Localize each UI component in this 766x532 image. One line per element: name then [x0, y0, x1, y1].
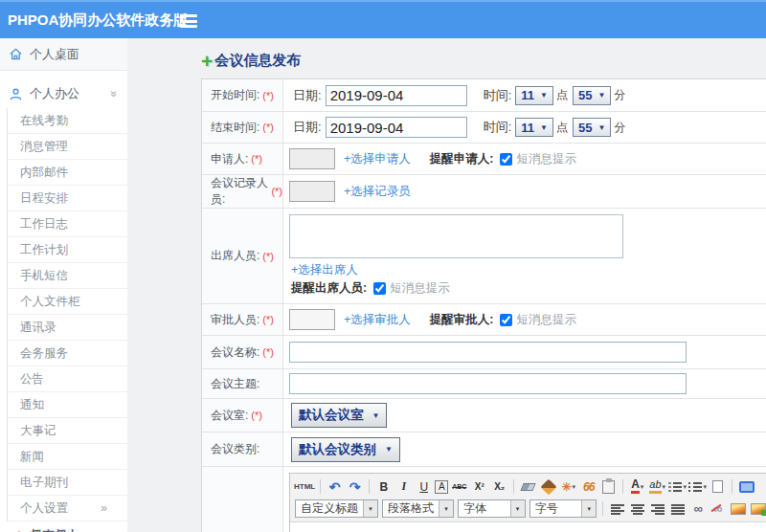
sidebar-item-personal-office[interactable]: 个人办公 » [0, 79, 127, 108]
justify-icon[interactable] [668, 499, 687, 518]
html-source-button[interactable]: HTML [294, 477, 315, 496]
start-date-input[interactable] [326, 85, 467, 106]
sidebar-item-label: 个人桌面 [30, 46, 79, 63]
sidebar-item-contacts[interactable]: 通讯录 [8, 315, 127, 341]
sms-hint-label: 短消息提示 [390, 280, 450, 297]
paint-dropdown-icon[interactable]: ✳▾ [559, 477, 577, 496]
field-label: 开始时间: (*) [202, 79, 283, 111]
insert-multi-image-icon[interactable] [749, 499, 766, 518]
end-hour-select[interactable]: 11 ▼ [515, 118, 553, 137]
blockquote-button[interactable]: 66 [579, 477, 597, 496]
sidebar-item-meeting-service[interactable]: 会务服务 [8, 341, 127, 366]
paste-text-icon[interactable] [599, 477, 618, 496]
align-left-icon[interactable] [608, 499, 626, 518]
page-title-text: 会议信息发布 [214, 52, 301, 70]
paragraph-format-select[interactable]: 段落格式▾ [382, 499, 454, 518]
sidebar-item-personal-desktop[interactable]: 个人桌面 [0, 38, 127, 71]
unordered-list-dropdown[interactable]: ▾ [688, 477, 707, 496]
menu-toggle-icon[interactable] [180, 14, 197, 28]
sidebar-item-notice[interactable]: 通知 [8, 392, 127, 418]
form-row-approver: 审批人员: (*) +选择审批人 提醒审批人: 短消息提示 [202, 304, 766, 336]
applicant-sms-checkbox[interactable] [500, 153, 512, 166]
undo-icon[interactable]: ↶ [326, 477, 344, 496]
sidebar-item-e-journal[interactable]: 电子期刊 [8, 470, 127, 496]
form-row-applicant: 申请人: (*) +选择申请人 提醒申请人: 短消息提示 [202, 144, 766, 175]
align-right-icon[interactable] [648, 499, 666, 518]
font-family-select[interactable]: 字体▾ [458, 499, 526, 518]
sidebar-item-label: 督查督办 [30, 527, 79, 532]
chevron-right-icon: » [101, 496, 106, 521]
choose-recorder-link[interactable]: +选择记录员 [344, 184, 411, 200]
field-label: 结束时间: (*) [202, 112, 283, 143]
font-size-select[interactable]: 字号▾ [529, 499, 597, 518]
attendees-sms-checkbox[interactable] [373, 282, 386, 295]
choose-attendees-link[interactable]: +选择出席人 [291, 262, 358, 278]
approver-input[interactable] [289, 309, 335, 330]
sidebar-item-supervision[interactable]: 督查督办 » [0, 521, 127, 532]
remove-format-icon[interactable] [519, 477, 537, 496]
font-color-dropdown[interactable]: A▾ [628, 477, 646, 496]
sidebar-item-memorabilia[interactable]: 大事记 [8, 418, 127, 444]
end-date-input[interactable] [326, 117, 467, 138]
sidebar-item-personal-settings[interactable]: 个人设置 » [8, 496, 127, 521]
sidebar-item-message-management[interactable]: 消息管理 [8, 134, 127, 160]
redo-icon[interactable]: ↷ [346, 477, 364, 496]
home-icon [9, 47, 23, 61]
sidebar-item-personal-cabinet[interactable]: 个人文件柜 [8, 289, 127, 315]
ordered-list-dropdown[interactable]: ▾ [668, 477, 687, 496]
field-label: 会议主题: [202, 369, 283, 398]
remove-link-icon[interactable]: ∞ [709, 499, 727, 518]
minute-unit: 分 [614, 120, 625, 136]
form-row-recorder: 会议记录人员: (*) +选择记录员 [202, 175, 766, 209]
heading-select[interactable]: 自定义标题▾ [295, 499, 378, 518]
bold-button[interactable]: B [374, 477, 393, 496]
subscript-button[interactable]: X₂ [490, 477, 508, 496]
applicant-input[interactable] [289, 148, 335, 169]
font-style-button[interactable]: A [435, 480, 448, 494]
caret-down-icon: ▼ [540, 91, 548, 100]
required-mark: (*) [262, 90, 274, 101]
choose-applicant-link[interactable]: +选择申请人 [344, 151, 411, 167]
editor-toolbar: HTML ↶ ↷ B I U A ABC X² X₂ [290, 474, 766, 522]
sidebar-item-online-attendance[interactable]: 在线考勤 [8, 108, 127, 134]
underline-button[interactable]: U [415, 477, 433, 496]
end-minute-select[interactable]: 55 ▼ [573, 118, 611, 137]
caret-down-icon: ▼ [385, 445, 393, 454]
start-minute-select[interactable]: 55 ▼ [573, 86, 611, 105]
approver-sms-checkbox[interactable] [500, 314, 512, 326]
minute-unit: 分 [614, 87, 625, 103]
choose-approver-link[interactable]: +选择审批人 [344, 312, 411, 328]
meeting-room-select[interactable]: 默认会议室 ▼ [291, 403, 387, 428]
meeting-name-input[interactable] [289, 342, 687, 363]
sidebar-item-news[interactable]: 新闻 [8, 444, 127, 470]
caret-down-icon: ▼ [372, 411, 380, 420]
format-brush-icon[interactable] [539, 477, 557, 496]
attendees-textarea[interactable] [289, 214, 623, 258]
field-label: 会议记录人员: (*) [202, 175, 283, 208]
insert-image-icon[interactable] [729, 499, 747, 518]
required-mark: (*) [271, 186, 282, 197]
start-hour-select[interactable]: 11 ▼ [515, 86, 553, 105]
sidebar-item-work-plan[interactable]: 工作计划 [8, 237, 127, 263]
superscript-button[interactable]: X² [470, 477, 488, 496]
required-mark: (*) [262, 122, 274, 133]
italic-button[interactable]: I [394, 477, 413, 496]
fullscreen-icon[interactable] [737, 477, 755, 496]
strikethrough-button[interactable]: ABC [450, 477, 468, 496]
time-label: 时间: [484, 87, 512, 104]
new-page-icon[interactable] [709, 477, 727, 496]
sidebar-item-schedule[interactable]: 日程安排 [8, 186, 127, 211]
meeting-subject-input[interactable] [289, 373, 687, 394]
recorder-input[interactable] [289, 181, 335, 202]
highlight-color-dropdown[interactable]: ab▾ [648, 477, 666, 496]
sidebar-item-internal-mail[interactable]: 内部邮件 [8, 160, 127, 186]
sidebar-item-announcement[interactable]: 公告 [8, 366, 127, 392]
meeting-category-select[interactable]: 默认会议类别 ▼ [291, 437, 400, 462]
chevron-double-down-icon[interactable]: » [108, 91, 122, 98]
sidebar-item-work-log[interactable]: 工作日志 [8, 211, 127, 237]
insert-link-icon[interactable]: ∞ [688, 499, 707, 518]
align-center-icon[interactable] [628, 499, 646, 518]
caret-down-icon: ▾ [510, 500, 525, 517]
editor-content-area[interactable] [290, 522, 766, 532]
sidebar-item-mobile-sms[interactable]: 手机短信 [8, 263, 127, 289]
